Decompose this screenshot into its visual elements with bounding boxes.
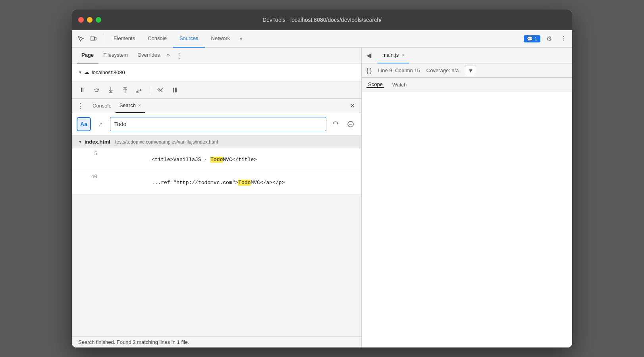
result-post-2: MVC</a></p> <box>251 180 285 186</box>
result-line-text-2: ...ref="http://todomvc.com">TodoMVC</a><… <box>102 174 285 192</box>
result-line-num-1: 5 <box>85 151 97 157</box>
top-tabs: Elements Console Sources Network » <box>107 30 524 48</box>
result-line-2[interactable]: 40 ...ref="http://todomvc.com">TodoMVC</… <box>72 171 361 194</box>
search-input-wrap <box>110 117 326 131</box>
main-content: Page Filesystem Overrides » ⋮ ▼ ☁ localh… <box>72 48 572 347</box>
subtab-page[interactable]: Page <box>77 48 98 63</box>
search-row: Aa .* <box>77 117 357 131</box>
status-bar: Search finished. Found 2 matching lines … <box>72 336 361 347</box>
subtab-overrides[interactable]: Overrides <box>133 48 164 63</box>
file-tab-name: main.js <box>382 52 399 58</box>
top-tab-right: 💬 1 ⚙ ⋮ <box>524 33 569 44</box>
subtab-dots[interactable]: ⋮ <box>175 51 183 60</box>
search-panel: Aa .* <box>72 113 361 136</box>
format-icon[interactable]: { } <box>366 67 372 74</box>
debug-toolbar: ⏸ <box>72 81 361 99</box>
result-pre-1: <title>VanillaJS · <box>152 157 210 163</box>
deactivate-breakpoints-btn[interactable] <box>155 84 166 96</box>
result-highlight-1: Todo <box>210 157 223 163</box>
tree-arrow-icon: ▼ <box>78 70 82 75</box>
sub-tab-bar: Page Filesystem Overrides » ⋮ <box>72 48 361 63</box>
device-icon[interactable] <box>88 33 99 44</box>
file-tree-label: localhost:8080 <box>92 69 125 75</box>
result-file-path: tests/todomvc.com/examples/vanillajs/ind… <box>115 139 218 145</box>
devtools-window: DevTools - localhost:8080/docs/devtools/… <box>72 10 572 347</box>
file-tab-close[interactable]: × <box>402 52 405 58</box>
scope-tab[interactable]: Scope <box>366 81 384 88</box>
window-title: DevTools - localhost:8080/docs/devtools/… <box>262 17 382 23</box>
step-over-btn[interactable] <box>91 84 102 96</box>
cloud-icon: ☁ <box>84 69 89 75</box>
svg-rect-0 <box>91 36 94 41</box>
file-tab-mainjs[interactable]: main.js × <box>378 48 409 63</box>
bottom-tab-console[interactable]: Console <box>89 99 116 113</box>
right-panel: ◀ main.js × { } Line 9, Column 15 Covera… <box>362 48 572 347</box>
tab-network[interactable]: Network <box>205 30 237 48</box>
step-btn[interactable] <box>134 84 145 96</box>
coverage-info: Coverage: n/a <box>426 67 459 73</box>
svg-rect-11 <box>175 88 177 92</box>
title-bar: DevTools - localhost:8080/docs/devtools/… <box>72 10 572 30</box>
scope-watch-tabs: Scope Watch <box>362 78 572 92</box>
coverage-download-btn[interactable]: ▼ <box>465 65 476 76</box>
refresh-search-btn[interactable] <box>330 118 341 130</box>
match-case-button[interactable]: Aa <box>77 117 91 131</box>
devtools-body: Elements Console Sources Network » 💬 1 ⚙… <box>72 30 572 347</box>
bottom-panel: ⋮ Console Search × ✕ <box>72 99 361 347</box>
traffic-lights <box>78 17 101 23</box>
maximize-button[interactable] <box>96 17 101 23</box>
svg-point-8 <box>137 91 138 93</box>
result-line-text-1: <title>VanillaJS · TodoMVC</title> <box>102 151 257 169</box>
back-icon[interactable]: ◀ <box>366 52 371 59</box>
subtab-more[interactable]: » <box>165 48 172 63</box>
inspect-icon[interactable] <box>75 33 86 44</box>
clear-search-btn[interactable] <box>345 118 357 130</box>
debug-separator <box>150 86 150 94</box>
search-tab-close[interactable]: × <box>138 103 141 108</box>
result-post-1: MVC</title> <box>223 157 257 163</box>
bottom-tab-search[interactable]: Search × <box>116 99 145 113</box>
left-panel: Page Filesystem Overrides » ⋮ ▼ ☁ localh… <box>72 48 362 347</box>
step-into-btn[interactable] <box>105 84 116 96</box>
top-tab-bar: Elements Console Sources Network » 💬 1 ⚙… <box>72 30 572 48</box>
file-tree: ▼ ☁ localhost:8080 <box>72 63 361 81</box>
right-top-bar: ◀ main.js × <box>362 48 572 63</box>
result-file-header[interactable]: ▼ index.html tests/todomvc.com/examples/… <box>72 136 361 148</box>
more-icon[interactable]: ⋮ <box>558 33 569 44</box>
result-line-num-2: 40 <box>85 174 97 180</box>
pause-btn[interactable]: ⏸ <box>77 84 88 96</box>
right-info-bar: { } Line 9, Column 15 Coverage: n/a ▼ <box>362 63 572 78</box>
bottom-tab-dots[interactable]: ⋮ <box>77 102 84 110</box>
search-actions <box>330 118 357 130</box>
result-line-1[interactable]: 5 <title>VanillaJS · TodoMVC</title> <box>72 148 361 171</box>
result-arrow-icon: ▼ <box>78 140 82 144</box>
tab-console[interactable]: Console <box>141 30 173 48</box>
position-info: Line 9, Column 15 <box>378 67 420 73</box>
toolbar-icons <box>75 33 104 44</box>
subtab-filesystem[interactable]: Filesystem <box>98 48 133 63</box>
status-text: Search finished. Found 2 matching lines … <box>78 339 189 345</box>
settings-icon[interactable]: ⚙ <box>544 33 555 44</box>
svg-rect-1 <box>94 37 96 40</box>
notification-icon: 💬 <box>527 36 533 42</box>
search-results: ▼ index.html tests/todomvc.com/examples/… <box>72 136 361 336</box>
result-pre-2: ...ref="http://todomvc.com"> <box>152 180 238 186</box>
file-tree-item[interactable]: ▼ ☁ localhost:8080 <box>72 67 361 78</box>
tab-sources[interactable]: Sources <box>173 30 205 48</box>
notification-badge[interactable]: 💬 1 <box>524 35 540 42</box>
panel-close-btn[interactable]: ✕ <box>348 100 357 111</box>
result-file-name: index.html <box>85 139 110 145</box>
result-highlight-2: Todo <box>238 180 251 186</box>
tab-elements[interactable]: Elements <box>107 30 141 48</box>
notification-count: 1 <box>534 36 537 42</box>
svg-rect-10 <box>173 88 174 92</box>
search-input[interactable] <box>114 121 322 127</box>
pause-async-btn[interactable] <box>169 84 180 96</box>
bottom-tab-bar: ⋮ Console Search × ✕ <box>72 99 361 113</box>
step-out-btn[interactable] <box>120 84 131 96</box>
close-button[interactable] <box>78 17 84 23</box>
watch-tab[interactable]: Watch <box>391 82 408 88</box>
tab-more[interactable]: » <box>236 30 245 48</box>
use-regex-button[interactable]: .* <box>94 118 107 131</box>
minimize-button[interactable] <box>87 17 93 23</box>
